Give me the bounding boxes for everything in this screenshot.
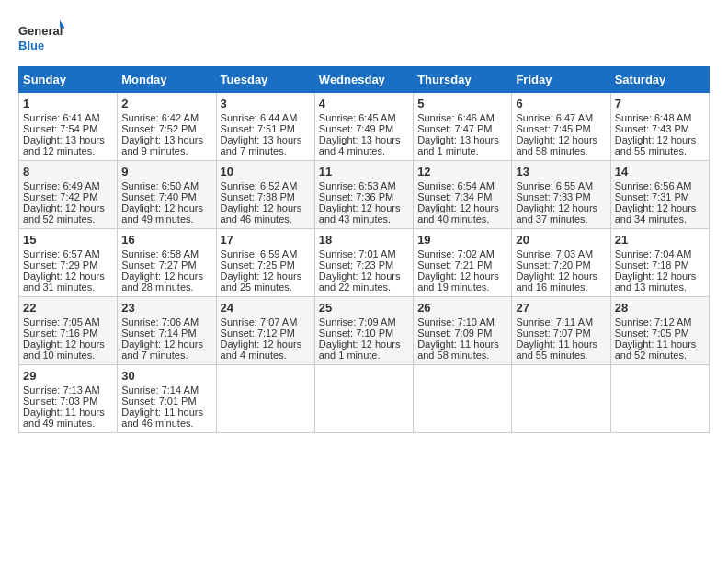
day-info-line: and 58 minutes. bbox=[516, 145, 606, 156]
day-info-line: Sunset: 7:10 PM bbox=[319, 327, 409, 339]
day-info-line: Sunrise: 7:11 AM bbox=[516, 316, 606, 327]
day-number: 13 bbox=[516, 165, 606, 178]
day-cell bbox=[216, 365, 314, 433]
day-cell: 22Sunrise: 7:05 AMSunset: 7:16 PMDayligh… bbox=[19, 297, 118, 365]
day-info-line: Daylight: 12 hours bbox=[319, 270, 409, 282]
day-info-line: and 34 minutes. bbox=[615, 213, 705, 224]
day-info-line: and 4 minutes. bbox=[221, 350, 311, 361]
day-number: 5 bbox=[417, 97, 507, 110]
day-info-line: Sunrise: 7:13 AM bbox=[23, 385, 113, 396]
day-number: 28 bbox=[615, 301, 705, 315]
day-info-line: Sunset: 7:47 PM bbox=[417, 123, 507, 134]
day-info-line: Daylight: 11 hours bbox=[417, 339, 507, 350]
day-cell: 3Sunrise: 6:44 AMSunset: 7:51 PMDaylight… bbox=[216, 93, 314, 161]
day-info-line: Sunrise: 7:06 AM bbox=[121, 316, 211, 327]
calendar-table: SundayMondayTuesdayWednesdayThursdayFrid… bbox=[18, 66, 710, 433]
day-info-line: and 9 minutes. bbox=[121, 145, 211, 156]
week-row-1: 1Sunrise: 6:41 AMSunset: 7:54 PMDaylight… bbox=[19, 93, 710, 161]
day-info-line: and 37 minutes. bbox=[516, 213, 606, 224]
day-info-line: Sunrise: 6:59 AM bbox=[221, 248, 311, 259]
day-info-line: Sunset: 7:27 PM bbox=[121, 259, 211, 270]
day-cell: 26Sunrise: 7:10 AMSunset: 7:09 PMDayligh… bbox=[414, 297, 512, 365]
day-info-line: Sunrise: 7:05 AM bbox=[23, 316, 113, 327]
weekday-header-row: SundayMondayTuesdayWednesdayThursdayFrid… bbox=[19, 67, 710, 93]
day-number: 4 bbox=[319, 97, 409, 110]
day-cell: 29Sunrise: 7:13 AMSunset: 7:03 PMDayligh… bbox=[19, 365, 118, 433]
day-info-line: Sunrise: 6:57 AM bbox=[23, 248, 113, 259]
week-row-2: 8Sunrise: 6:49 AMSunset: 7:42 PMDaylight… bbox=[19, 161, 710, 229]
day-info-line: Sunset: 7:31 PM bbox=[615, 191, 705, 202]
day-cell: 23Sunrise: 7:06 AMSunset: 7:14 PMDayligh… bbox=[118, 297, 216, 365]
day-number: 15 bbox=[23, 233, 113, 247]
day-info-line: Sunset: 7:16 PM bbox=[23, 327, 113, 339]
weekday-sunday: Sunday bbox=[19, 67, 118, 93]
day-info-line: and 22 minutes. bbox=[319, 282, 409, 293]
day-info-line: Sunset: 7:14 PM bbox=[121, 327, 211, 339]
day-cell: 30Sunrise: 7:14 AMSunset: 7:01 PMDayligh… bbox=[118, 365, 216, 433]
day-info-line: Sunset: 7:20 PM bbox=[516, 259, 606, 270]
day-cell: 16Sunrise: 6:58 AMSunset: 7:27 PMDayligh… bbox=[118, 229, 216, 297]
day-info-line: Sunset: 7:49 PM bbox=[319, 123, 409, 134]
day-info-line: Daylight: 11 hours bbox=[23, 407, 113, 418]
day-info-line: Daylight: 12 hours bbox=[221, 202, 311, 213]
day-info-line: Sunset: 7:18 PM bbox=[615, 259, 705, 270]
day-info-line: Daylight: 12 hours bbox=[516, 134, 606, 145]
day-info-line: Daylight: 12 hours bbox=[615, 134, 705, 145]
day-cell: 5Sunrise: 6:46 AMSunset: 7:47 PMDaylight… bbox=[414, 93, 512, 161]
day-info-line: and 19 minutes. bbox=[417, 282, 507, 293]
day-info-line: Sunset: 7:29 PM bbox=[23, 259, 113, 270]
weekday-wednesday: Wednesday bbox=[314, 67, 413, 93]
day-info-line: Daylight: 12 hours bbox=[615, 270, 705, 282]
day-info-line: Daylight: 12 hours bbox=[121, 339, 211, 350]
day-info-line: and 7 minutes. bbox=[121, 350, 211, 361]
day-info-line: Sunrise: 6:44 AM bbox=[221, 112, 311, 123]
day-number: 18 bbox=[319, 233, 409, 247]
day-number: 17 bbox=[221, 233, 311, 247]
day-cell: 6Sunrise: 6:47 AMSunset: 7:45 PMDaylight… bbox=[512, 93, 610, 161]
weekday-saturday: Saturday bbox=[610, 67, 709, 93]
day-number: 9 bbox=[121, 165, 211, 178]
day-info-line: Daylight: 13 hours bbox=[121, 134, 211, 145]
day-info-line: and 43 minutes. bbox=[319, 213, 409, 224]
day-cell: 4Sunrise: 6:45 AMSunset: 7:49 PMDaylight… bbox=[314, 93, 413, 161]
day-cell bbox=[314, 365, 413, 433]
day-number: 2 bbox=[121, 97, 211, 110]
day-cell: 18Sunrise: 7:01 AMSunset: 7:23 PMDayligh… bbox=[314, 229, 413, 297]
day-number: 8 bbox=[23, 165, 113, 178]
day-cell: 7Sunrise: 6:48 AMSunset: 7:43 PMDaylight… bbox=[610, 93, 709, 161]
day-info-line: and 52 minutes. bbox=[23, 213, 113, 224]
day-info-line: and 4 minutes. bbox=[319, 145, 409, 156]
day-info-line: and 7 minutes. bbox=[221, 145, 311, 156]
day-info-line: Daylight: 12 hours bbox=[319, 339, 409, 350]
day-info-line: Sunrise: 6:45 AM bbox=[319, 112, 409, 123]
day-info-line: Daylight: 13 hours bbox=[221, 134, 311, 145]
day-cell: 12Sunrise: 6:54 AMSunset: 7:34 PMDayligh… bbox=[414, 161, 512, 229]
day-info-line: Sunset: 7:54 PM bbox=[23, 123, 113, 134]
day-info-line: Daylight: 12 hours bbox=[121, 270, 211, 282]
day-number: 6 bbox=[516, 97, 606, 110]
day-info-line: Daylight: 12 hours bbox=[23, 202, 113, 213]
day-info-line: Sunrise: 6:54 AM bbox=[417, 180, 507, 191]
day-cell: 11Sunrise: 6:53 AMSunset: 7:36 PMDayligh… bbox=[314, 161, 413, 229]
day-info-line: and 31 minutes. bbox=[23, 282, 113, 293]
day-info-line: Sunrise: 7:01 AM bbox=[319, 248, 409, 259]
day-cell: 21Sunrise: 7:04 AMSunset: 7:18 PMDayligh… bbox=[610, 229, 709, 297]
day-info-line: Daylight: 13 hours bbox=[319, 134, 409, 145]
day-info-line: Sunset: 7:52 PM bbox=[121, 123, 211, 134]
day-info-line: Sunrise: 6:53 AM bbox=[319, 180, 409, 191]
day-info-line: Daylight: 12 hours bbox=[23, 339, 113, 350]
day-cell: 13Sunrise: 6:55 AMSunset: 7:33 PMDayligh… bbox=[512, 161, 610, 229]
day-info-line: and 28 minutes. bbox=[121, 282, 211, 293]
day-info-line: Sunrise: 7:02 AM bbox=[417, 248, 507, 259]
day-info-line: Sunrise: 6:52 AM bbox=[221, 180, 311, 191]
day-info-line: Daylight: 12 hours bbox=[417, 270, 507, 282]
day-number: 20 bbox=[516, 233, 606, 247]
day-info-line: Sunrise: 7:04 AM bbox=[615, 248, 705, 259]
day-info-line: Sunset: 7:43 PM bbox=[615, 123, 705, 134]
week-row-5: 29Sunrise: 7:13 AMSunset: 7:03 PMDayligh… bbox=[19, 365, 710, 433]
day-cell bbox=[414, 365, 512, 433]
day-info-line: Daylight: 12 hours bbox=[516, 202, 606, 213]
day-info-line: Sunrise: 7:03 AM bbox=[516, 248, 606, 259]
day-info-line: and 52 minutes. bbox=[615, 350, 705, 361]
day-number: 19 bbox=[417, 233, 507, 247]
